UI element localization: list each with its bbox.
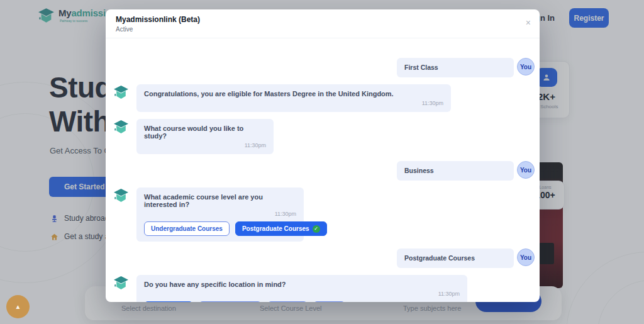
bot-message-text: What academic course level are you inter… (144, 193, 263, 208)
user-message-row: Business You (113, 161, 535, 181)
scroll-to-top-button[interactable]: ▲ (6, 295, 30, 318)
option-buttons: Undergraduate Courses Postgraduate Cours… (144, 221, 296, 236)
bot-message-bubble: What academic course level are you inter… (136, 187, 304, 242)
close-icon[interactable]: × (526, 18, 531, 27)
option-england[interactable]: England ✓ (144, 301, 193, 302)
user-avatar: You (517, 249, 535, 266)
bot-message-bubble: What course would you like to study? 11:… (136, 119, 274, 154)
user-avatar: You (517, 161, 535, 179)
bot-message-text: Do you have any specific location in min… (144, 281, 286, 288)
bot-message-bubble: Do you have any specific location in min… (136, 275, 467, 302)
bot-message-text: What course would you like to study? (144, 125, 243, 140)
bot-message-row: Do you have any specific location in min… (113, 275, 535, 302)
bot-avatar-grad-cap-icon (113, 85, 129, 101)
option-scotland[interactable]: Scotland (267, 301, 308, 302)
page: Myadmissionlink Pathway to success Sign … (0, 0, 644, 324)
option-postgraduate-courses[interactable]: Postgraduate Courses ✓ (235, 221, 327, 236)
message-timestamp: 11:30pm (144, 211, 296, 217)
check-icon: ✓ (313, 225, 320, 233)
message-timestamp: 11:30pm (144, 291, 460, 297)
user-message-bubble: First Class (397, 58, 514, 77)
user-message-row: First Class You (113, 58, 535, 77)
bot-avatar-grad-cap-icon (113, 120, 129, 135)
bot-message-row: What course would you like to study? 11:… (113, 119, 535, 154)
bot-message-text: Congratulations, you are eligible for Ma… (144, 90, 394, 98)
chatbot-title: Myadmissionlink (Beta) (116, 15, 530, 24)
user-message-row: Postgraduate Courses You (113, 249, 535, 268)
bot-message-bubble: Congratulations, you are eligible for Ma… (136, 84, 451, 112)
option-northern-ireland[interactable]: Northern Ireland (199, 301, 262, 302)
chat-thread: First Class You Congratulations, you are… (106, 38, 540, 302)
option-buttons: England ✓ Northern Ireland Scotland Wale… (144, 301, 460, 302)
chatbot-modal: Myadmissionlink (Beta) Active × First Cl… (106, 9, 540, 302)
user-message-bubble: Postgraduate Courses (397, 249, 514, 268)
message-timestamp: 11:30pm (144, 100, 443, 106)
bot-avatar-grad-cap-icon (113, 276, 129, 291)
option-wales[interactable]: Wales (313, 301, 345, 302)
option-undergraduate-courses[interactable]: Undergraduate Courses (144, 221, 230, 236)
bot-message-row: Congratulations, you are eligible for Ma… (113, 84, 535, 112)
chatbot-status: Active (116, 26, 530, 33)
bot-avatar-grad-cap-icon (113, 188, 129, 204)
message-timestamp: 11:30pm (144, 142, 266, 148)
user-message-bubble: Business (397, 161, 514, 181)
user-avatar: You (517, 58, 535, 75)
caret-up-icon: ▲ (15, 303, 21, 310)
chatbot-header: Myadmissionlink (Beta) Active × (106, 9, 540, 38)
bot-message-row: What academic course level are you inter… (113, 187, 535, 242)
